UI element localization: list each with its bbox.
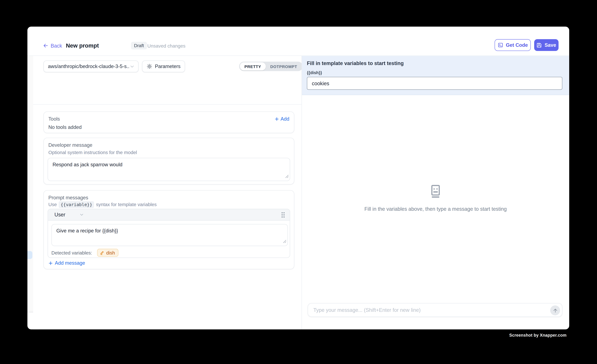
back-button[interactable]: Back [43,42,62,49]
parameters-label: Parameters [155,64,181,69]
syntax-hint: Use {{variable}} syntax for template var… [48,201,157,208]
back-arrow-icon [43,43,48,48]
page-title: New prompt [66,42,99,49]
parameters-button[interactable]: Parameters [142,61,185,72]
variable-syntax-chip: {{variable}} [59,201,94,208]
message-block: User Give me a recipe for {{dish}} [48,209,290,258]
chat-empty-state: Fill in the variables above, then type a… [302,184,569,212]
pencil-icon [100,250,104,255]
detected-variables-row: Detected variables: dish [51,249,118,257]
terminal-icon [497,42,503,48]
tools-empty-text: No tools added [48,124,82,130]
message-role-header: User [48,209,290,221]
variable-name-label: {{dish}} [307,70,322,75]
left-nav-active-item[interactable] [27,251,32,259]
add-tool-label: Add [281,116,289,122]
syntax-hint-prefix: Use [48,202,57,207]
save-label: Save [545,42,556,48]
prompt-editor-pane: aws/anthropic/bedrock-claude-3-5-s... Pa… [33,56,301,329]
robot-icon [428,184,443,199]
composer-input[interactable] [313,303,526,316]
template-variables-heading: Fill in template variables to start test… [307,61,404,66]
get-code-button[interactable]: Get Code [495,39,531,51]
role-value: User [55,212,65,218]
plus-icon [275,117,279,121]
role-selector[interactable]: User [48,212,84,218]
plus-icon [48,261,53,265]
chevron-down-icon [129,64,135,69]
model-selector[interactable]: aws/anthropic/bedrock-claude-3-5-s... [43,61,139,72]
variable-chip-dish[interactable]: dish [97,249,118,257]
app-window: Back New prompt Draft Unsaved changes Ge… [27,27,569,329]
developer-message-subtitle: Optional system instructions for the mod… [48,150,137,155]
template-variables-panel: Fill in template variables to start test… [302,56,569,95]
syntax-hint-suffix: syntax for template variables [96,202,157,207]
developer-message-field-wrap: Respond as jack sparrow would [48,158,290,181]
watermark-credit: Screenshot by Xnapper.com [509,333,566,337]
chat-empty-text: Fill in the variables above, then type a… [364,206,507,212]
variable-chip-label: dish [106,250,115,255]
variable-value-input[interactable] [307,77,562,90]
toolbar-divider [33,104,301,105]
header-bar: Back New prompt Draft Unsaved changes Ge… [27,27,569,55]
unsaved-changes-note: Unsaved changes [147,43,186,49]
toggle-dotprompt[interactable]: DOTPROMPT [266,62,302,70]
message-composer [308,303,562,317]
save-icon [537,42,542,48]
send-arrow-icon [552,308,558,313]
tools-card: Tools Add No tools added [43,111,294,133]
developer-message-input[interactable]: Respond as jack sparrow would [48,158,290,181]
prompt-messages-title: Prompt messages [48,195,88,200]
message-field-wrap: Give me a recipe for {{dish}} [51,224,288,246]
send-button[interactable] [550,305,560,315]
left-nav-sliver [27,56,33,313]
message-input[interactable]: Give me a recipe for {{dish}} [52,224,288,246]
tools-title: Tools [48,116,60,122]
get-code-label: Get Code [506,42,528,48]
gear-icon [147,64,152,69]
status-badge: Draft [131,42,147,49]
add-message-button[interactable]: Add message [48,260,85,266]
detected-variables-label: Detected variables: [51,250,92,255]
drag-handle-icon[interactable] [281,212,285,220]
prompt-messages-card: Prompt messages Use {{variable}} syntax … [43,190,294,269]
model-selector-value: aws/anthropic/bedrock-claude-3-5-s... [48,64,130,69]
chevron-down-icon [79,212,84,217]
screenshot-stage: Back New prompt Draft Unsaved changes Ge… [0,0,597,364]
view-mode-toggle: PRETTY DOTPROMPT [239,62,302,71]
back-label: Back [51,43,62,48]
add-tool-button[interactable]: Add [275,116,289,122]
developer-message-title: Developer message [48,142,92,148]
add-message-label: Add message [55,260,85,266]
developer-message-card: Developer message Optional system instru… [43,138,294,184]
test-pane: Fill in template variables to start test… [302,56,569,329]
save-button[interactable]: Save [534,39,559,51]
toggle-pretty[interactable]: PRETTY [240,62,266,70]
